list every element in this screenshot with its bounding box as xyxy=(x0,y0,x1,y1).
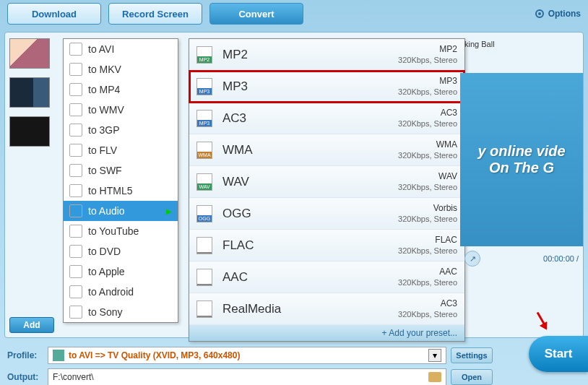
format-label: to HTML5 xyxy=(88,185,132,196)
format-name: MP3 xyxy=(222,79,398,94)
format-meta: MP3320Kbps, Stereo xyxy=(398,76,457,98)
format-icon xyxy=(69,306,82,319)
profile-text: to AVI => TV Quality (XVID, MP3, 640x480… xyxy=(69,350,428,360)
format-label: to Audio xyxy=(88,205,125,217)
format-label: to DVD xyxy=(88,246,121,257)
output-path: F:\convert\ xyxy=(53,372,94,382)
format-meta: Vorbis320Kbps, Stereo xyxy=(398,203,457,225)
format-label: to FLV xyxy=(88,144,117,156)
format-category-item[interactable]: to Audio▶ xyxy=(64,201,178,221)
format-icon xyxy=(69,204,82,217)
format-meta: MP2320Kbps, Stereo xyxy=(398,44,457,66)
open-button[interactable]: Open xyxy=(451,369,493,385)
format-label: to AVI xyxy=(88,43,114,55)
format-name: MP2 xyxy=(222,48,398,62)
format-label: to WMV xyxy=(88,104,124,116)
arrow-annotation xyxy=(530,311,552,333)
file-type-icon xyxy=(196,46,212,64)
profile-dropdown-icon[interactable]: ▾ xyxy=(428,349,441,362)
audio-format-item[interactable]: MP2MP2320Kbps, Stereo xyxy=(189,39,464,71)
format-icon xyxy=(69,83,82,96)
format-meta: WMA320Kbps, Stereo xyxy=(398,139,457,161)
format-icon xyxy=(69,285,82,298)
format-category-item[interactable]: to Android xyxy=(64,282,178,302)
output-label: Output: xyxy=(7,372,48,382)
format-meta: AC3320Kbps, Stereo xyxy=(398,298,457,320)
file-type-icon xyxy=(196,110,212,127)
format-name: FLAC xyxy=(222,238,398,253)
format-category-item[interactable]: to YouTube xyxy=(64,221,178,241)
format-category-item[interactable]: to MP4 xyxy=(64,79,178,100)
format-name: AC3 xyxy=(222,111,398,126)
format-meta: WAV320Kbps, Stereo xyxy=(398,171,457,193)
format-icon xyxy=(69,144,82,157)
format-label: to Sony xyxy=(88,306,122,318)
profile-label: Profile: xyxy=(7,350,48,360)
format-category-item[interactable]: to MKV xyxy=(64,59,178,79)
format-name: WAV xyxy=(222,175,398,189)
format-label: to YouTube xyxy=(88,225,139,237)
audio-format-menu: MP2MP2320Kbps, StereoMP3MP3320Kbps, Ster… xyxy=(189,38,465,342)
audio-format-item[interactable]: MP3MP3320Kbps, Stereo xyxy=(189,71,464,103)
format-category-item[interactable]: to WMV xyxy=(64,100,178,120)
profile-field[interactable]: to AVI => TV Quality (XVID, MP3, 640x480… xyxy=(48,347,446,364)
options-label: Options xyxy=(548,9,581,19)
format-category-item[interactable]: to AVI xyxy=(64,39,178,59)
settings-button[interactable]: Settings xyxy=(451,347,493,363)
add-preset-button[interactable]: + Add your preset... xyxy=(189,325,464,341)
gear-icon xyxy=(534,8,545,20)
file-type-icon xyxy=(196,300,212,318)
file-type-icon xyxy=(196,205,212,222)
add-button[interactable]: Add xyxy=(9,317,54,333)
format-category-item[interactable]: to HTML5 xyxy=(64,181,178,201)
play-button[interactable]: ↗ xyxy=(464,251,480,267)
folder-icon[interactable] xyxy=(428,372,441,382)
format-icon xyxy=(69,184,82,197)
tab-record-screen[interactable]: Record Screen xyxy=(108,3,202,25)
profile-icon xyxy=(53,350,64,361)
format-meta: AC3320Kbps, Stereo xyxy=(398,108,457,129)
file-type-icon xyxy=(196,142,212,159)
format-icon xyxy=(69,43,82,56)
audio-format-item[interactable]: RealMediaAC3320Kbps, Stereo xyxy=(189,293,464,325)
audio-format-item[interactable]: OGGVorbis320Kbps, Stereo xyxy=(189,198,464,230)
format-name: AAC xyxy=(222,270,398,285)
preview-panel: y online vide On The G xyxy=(460,73,583,246)
format-icon xyxy=(69,164,82,177)
audio-format-item[interactable]: WMAWMA320Kbps, Stereo xyxy=(189,134,464,166)
preview-text: y online vide xyxy=(477,143,565,160)
video-title: king Ball xyxy=(460,38,583,50)
tab-download[interactable]: Download xyxy=(7,3,101,25)
format-category-item[interactable]: to 3GP xyxy=(64,120,178,140)
format-icon xyxy=(69,103,82,116)
format-name: RealMedia xyxy=(222,302,398,316)
format-icon xyxy=(69,225,82,238)
thumbnail[interactable] xyxy=(9,77,50,108)
tab-convert[interactable]: Convert xyxy=(209,3,303,25)
output-field[interactable]: F:\convert\ xyxy=(48,368,446,385)
format-category-item[interactable]: to FLV xyxy=(64,140,178,160)
time-display: 00:00:00 / xyxy=(543,254,579,263)
thumbnail[interactable] xyxy=(9,116,50,147)
audio-format-item[interactable]: AC3AC3320Kbps, Stereo xyxy=(189,103,464,134)
format-category-item[interactable]: to DVD xyxy=(64,241,178,261)
format-category-item[interactable]: to Sony xyxy=(64,302,178,322)
format-icon xyxy=(69,245,82,258)
format-category-item[interactable]: to Apple xyxy=(64,261,178,282)
format-meta: FLAC320Kbps, Stereo xyxy=(398,235,457,256)
format-meta: AAC320Kbps, Stereo xyxy=(398,267,457,288)
format-label: to 3GP xyxy=(88,124,120,136)
audio-format-item[interactable]: AACAAC320Kbps, Stereo xyxy=(189,261,464,293)
preview-text: On The G xyxy=(489,160,554,176)
file-type-icon xyxy=(196,78,212,95)
start-button[interactable]: Start xyxy=(529,336,588,372)
thumbnail-list xyxy=(9,38,56,155)
audio-format-item[interactable]: FLACFLAC320Kbps, Stereo xyxy=(189,230,464,261)
options-button[interactable]: Options xyxy=(534,8,581,20)
audio-format-item[interactable]: WAVWAV320Kbps, Stereo xyxy=(189,166,464,198)
thumbnail[interactable] xyxy=(9,38,50,69)
submenu-arrow-icon: ▶ xyxy=(166,207,172,215)
svg-point-1 xyxy=(538,12,541,15)
format-icon xyxy=(69,63,82,76)
format-category-item[interactable]: to SWF xyxy=(64,160,178,181)
